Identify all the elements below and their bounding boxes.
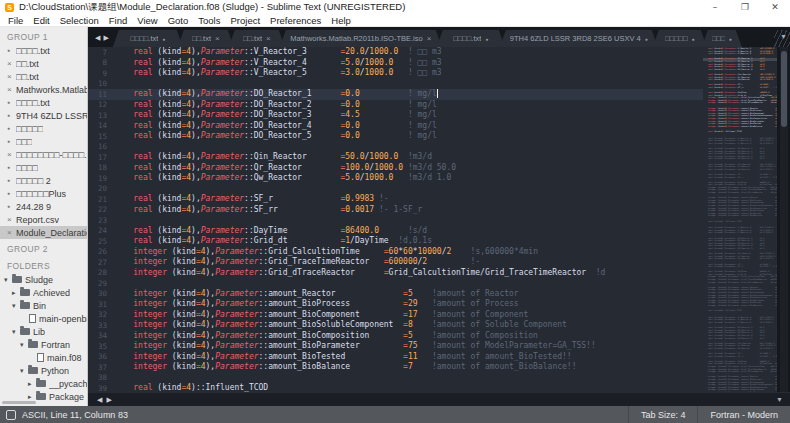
open-file-item[interactable]: ●□□□□.txt — [0, 44, 87, 57]
code-line[interactable]: 21 real (kind=4),Parameter::SF_r =0.9983… — [88, 194, 703, 205]
chevron-right-icon[interactable]: ▸ — [12, 289, 20, 297]
tab--[interactable]: □□□● — [702, 30, 742, 47]
tab-next-icon[interactable]: ▶ — [103, 34, 108, 42]
open-file-item[interactable]: ×□□.txt — [0, 70, 87, 83]
chevron-down-icon[interactable]: ▾ — [20, 341, 28, 349]
menu-tools[interactable]: Tools — [193, 15, 225, 26]
code-line[interactable]: 13 real (kind=4),Parameter::DO_Reactor_3… — [88, 110, 703, 121]
tab-9th4-6zld-lssr-3rd8-2se6-usxv-4guy-rdtz[interactable]: 9TH4 6ZLD LSSR 3RD8 2SE6 USXV 4GUY RDTZ● — [500, 30, 658, 47]
code-line[interactable]: 23 — [88, 215, 703, 226]
open-file-item[interactable]: ×Module_Declaration.f0 — [0, 226, 87, 239]
code-line[interactable]: 10 — [88, 79, 703, 90]
tree-item-achieved[interactable]: ▸Achieved — [0, 286, 87, 299]
tree-item-fortran[interactable]: ▾Fortran — [0, 338, 87, 351]
open-file-item[interactable]: ●□□□□.txt — [0, 96, 87, 109]
tab-prev-icon[interactable]: ◀ — [95, 34, 100, 42]
open-file-item[interactable]: ●□□□□ — [0, 161, 87, 174]
vertical-scrollbar[interactable] — [780, 47, 788, 392]
code-area[interactable]: 7 real (kind=4),Parameter::V_Reactor_3 =… — [88, 47, 703, 392]
menu-find[interactable]: Find — [104, 15, 132, 26]
chevron-down-icon[interactable]: ▾ — [4, 276, 12, 284]
open-file-item[interactable]: ●□□□□□ 2 — [0, 174, 87, 187]
open-file-item[interactable]: ●244.28 9 — [0, 200, 87, 213]
menu-preferences[interactable]: Preferences — [265, 15, 326, 26]
code-line[interactable]: 36 integer (kind=4),Parameter::amount_Bi… — [88, 352, 703, 363]
bottom-overflow-icon[interactable]: ▼ — [776, 396, 783, 403]
vertical-scrollbar-thumb[interactable] — [781, 51, 787, 127]
menu-selection[interactable]: Selection — [55, 15, 104, 26]
tree-item-lib[interactable]: ▾Lib — [0, 325, 87, 338]
tab-modified-dot-icon[interactable]: ● — [162, 35, 165, 43]
hscroll-left-icon[interactable]: ◀ — [97, 396, 102, 404]
menu-edit[interactable]: Edit — [28, 15, 54, 26]
code-line[interactable]: 33 integer (kind=4),Parameter::amount_Bi… — [88, 320, 703, 331]
close-file-icon[interactable]: × — [7, 57, 16, 70]
code-line[interactable]: 27 integer (kind=4),Parameter::Grid_Trac… — [88, 257, 703, 268]
menu-view[interactable]: View — [132, 15, 162, 26]
menu-project[interactable]: Project — [225, 15, 265, 26]
close-file-icon[interactable]: × — [7, 226, 16, 239]
code-line[interactable]: 11 real (kind=4),Parameter::DO_Reactor_1… — [88, 89, 703, 100]
tab-close-icon[interactable]: × — [266, 35, 271, 43]
tab-modified-dot-icon[interactable]: ● — [692, 35, 695, 43]
chevron-right-icon[interactable]: ▸ — [28, 380, 36, 388]
code-line[interactable]: 32 integer (kind=4),Parameter::amount_Bi… — [88, 310, 703, 321]
code-line[interactable]: 7 real (kind=4),Parameter::V_Reactor_3 =… — [88, 47, 703, 58]
tree-item-main-openbl[interactable]: main-openbl — [0, 312, 87, 325]
tree-item-__pycache_[interactable]: ▸__pycache_ — [0, 377, 87, 390]
tab-mathworks-matlab-r2011b-iso-tbe-iso[interactable]: Mathworks.Matlab.R2011b.ISO-TBE.iso× — [280, 30, 442, 47]
tab-modified-dot-icon[interactable]: ● — [729, 35, 732, 43]
menu-help[interactable]: Help — [326, 15, 356, 26]
tree-item-main.f08[interactable]: main.f08 — [0, 351, 87, 364]
close-file-icon[interactable]: × — [7, 70, 16, 83]
code-line[interactable]: 39 real (kind=4)::Influent_TCOD — [88, 383, 703, 392]
caret-position[interactable]: ASCII, Line 11, Column 83 — [22, 410, 128, 420]
tab--txt[interactable]: □□□□.txt● — [113, 30, 183, 47]
open-file-item[interactable]: ×□□.txt — [0, 57, 87, 70]
tab--txt[interactable]: □□□□.txt● — [437, 30, 505, 47]
tree-item-python[interactable]: ▾Python — [0, 364, 87, 377]
code-line[interactable]: 38 — [88, 373, 703, 384]
tree-item-bin[interactable]: ▾Bin — [0, 299, 87, 312]
open-file-item[interactable]: ●□□□□□ — [0, 122, 87, 135]
code-line[interactable]: 34 integer (kind=4),Parameter::amount_Bi… — [88, 331, 703, 342]
open-file-item[interactable]: ●□□□ — [0, 135, 87, 148]
tab--txt[interactable]: □□.txt× — [178, 30, 234, 47]
close-file-icon[interactable]: × — [7, 213, 16, 226]
tab-modified-dot-icon[interactable]: ● — [485, 35, 488, 43]
close-file-icon[interactable]: × — [7, 148, 16, 161]
minimap[interactable]: real (kind=4),Parameter::V_Reactor_3 =20… — [703, 47, 777, 392]
tab-size-setting[interactable]: Tab Size: 4 — [628, 406, 698, 423]
tab-close-icon[interactable]: × — [215, 35, 220, 43]
code-line[interactable]: 14 real (kind=4),Parameter::DO_Reactor_4… — [88, 121, 703, 132]
menu-goto[interactable]: Goto — [163, 15, 194, 26]
open-file-item[interactable]: ●□□□□□□Plus — [0, 187, 87, 200]
tab-overflow-icon[interactable]: ▼ — [780, 33, 787, 40]
open-file-item[interactable]: ×Mathworks.Matlab.R2 — [0, 83, 87, 96]
tab--txt[interactable]: □□.txt× — [229, 30, 285, 47]
code-line[interactable]: 8 real (kind=4),Parameter::V_Reactor_4 =… — [88, 58, 703, 69]
code-line[interactable]: 12 real (kind=4),Parameter::DO_Reactor_2… — [88, 100, 703, 111]
sidebar-horizontal-scrollbar[interactable] — [2, 401, 36, 404]
open-file-item[interactable]: ●9TH4 6ZLD LSSR 3RD — [0, 109, 87, 122]
code-line[interactable]: 29 — [88, 278, 703, 289]
code-line[interactable]: 16 — [88, 142, 703, 153]
open-file-item[interactable]: ×Report.csv — [0, 213, 87, 226]
close-button[interactable]: ✕ — [760, 0, 790, 14]
code-line[interactable]: 26 integer (kind=4),Parameter::Grid_Calc… — [88, 247, 703, 258]
horizontal-scrollbar[interactable]: ◀ ▶ ▼ — [88, 392, 790, 406]
open-file-item[interactable]: ×□□□□□□□□-□□□□.txt — [0, 148, 87, 161]
code-line[interactable]: 28 integer (kind=4),Parameter::Grid_dTra… — [88, 268, 703, 279]
code-line[interactable]: 31 integer (kind=4),Parameter::amount_Bi… — [88, 299, 703, 310]
hscroll-right-icon[interactable]: ▶ — [106, 396, 111, 404]
code-line[interactable]: 18 real (kind=4),Parameter::Qr_Reactor =… — [88, 163, 703, 174]
code-line[interactable]: 30 integer (kind=4),Parameter::amount_Re… — [88, 289, 703, 300]
code-line[interactable]: 15 real (kind=4),Parameter::DO_Reactor_5… — [88, 131, 703, 142]
tree-item-sludge[interactable]: ▾Sludge — [0, 273, 87, 286]
code-line[interactable]: 22 real (kind=4),Parameter::SF_rr =0.001… — [88, 205, 703, 216]
chevron-down-icon[interactable]: ▾ — [12, 328, 20, 336]
menu-file[interactable]: File — [3, 15, 28, 26]
status-console-icon[interactable] — [6, 410, 16, 420]
chevron-down-icon[interactable]: ▾ — [12, 302, 20, 310]
syntax-setting[interactable]: Fortran - Modern — [697, 406, 790, 423]
